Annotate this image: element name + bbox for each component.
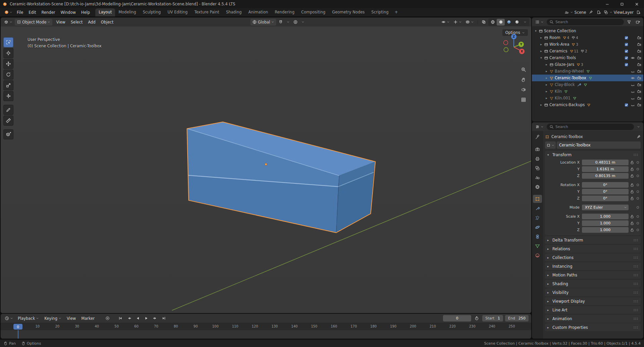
blender-menu-button[interactable] bbox=[3, 10, 14, 14]
outliner-row-room[interactable]: ▸Room44 bbox=[532, 34, 643, 41]
jump-to-end-button[interactable] bbox=[160, 315, 167, 322]
camera-toggle[interactable] bbox=[636, 76, 642, 80]
workspace-tab-compositing[interactable]: Compositing bbox=[298, 8, 329, 16]
animate-dot[interactable] bbox=[636, 161, 640, 164]
menu-window[interactable]: Window bbox=[58, 9, 78, 16]
visibility-dropdown[interactable] bbox=[440, 19, 451, 25]
value-field[interactable]: 0.80135 m bbox=[582, 173, 629, 179]
animate-dot[interactable] bbox=[636, 184, 640, 186]
properties-tab-world[interactable] bbox=[533, 183, 542, 191]
camera-toggle[interactable] bbox=[636, 96, 642, 100]
gizmos-dropdown[interactable] bbox=[452, 19, 463, 25]
value-field[interactable]: 1.000 bbox=[582, 220, 629, 226]
animate-dot[interactable] bbox=[636, 175, 640, 177]
checkbox-toggle[interactable] bbox=[623, 36, 630, 40]
workspace-tab-modeling[interactable]: Modeling bbox=[115, 8, 139, 16]
eye-toggle[interactable] bbox=[630, 76, 636, 80]
value-field[interactable]: 1.6161 m bbox=[582, 166, 629, 172]
panel-grip-icon[interactable] bbox=[633, 248, 638, 250]
workspace-tab-uv-editing[interactable]: UV Editing bbox=[164, 8, 191, 16]
maximize-button[interactable] bbox=[614, 0, 629, 8]
value-field[interactable]: 1.000 bbox=[582, 227, 629, 233]
properties-tab-view-layer[interactable] bbox=[533, 164, 542, 172]
properties-tab-object[interactable] bbox=[533, 195, 542, 203]
outliner-row-glaze-jars[interactable]: ▸Glaze-Jars3 bbox=[532, 61, 643, 68]
panel-instancing[interactable]: ▸Instancing bbox=[545, 262, 641, 270]
viewport-menu-add[interactable]: Add bbox=[85, 19, 98, 26]
timeline-editor-type-button[interactable] bbox=[3, 315, 14, 321]
new-viewlayer-button[interactable] bbox=[635, 9, 641, 15]
eye-off-toggle[interactable] bbox=[630, 103, 636, 107]
menu-help[interactable]: Help bbox=[79, 9, 93, 16]
value-field[interactable]: 0.48311 m bbox=[582, 160, 629, 165]
current-frame-field[interactable]: 0 bbox=[443, 315, 471, 321]
eye-off-toggle[interactable] bbox=[630, 89, 636, 94]
properties-tab-data[interactable] bbox=[533, 242, 542, 250]
viewlayer-selector[interactable]: ViewLayer bbox=[604, 9, 641, 15]
timeline-menu-marker[interactable]: Marker bbox=[79, 315, 97, 322]
shading-solid-button[interactable] bbox=[497, 19, 505, 26]
playhead-line[interactable] bbox=[18, 330, 18, 339]
outliner-row-ceramics-backups[interactable]: ▸Ceramics-Backups bbox=[532, 101, 643, 108]
properties-tab-material[interactable] bbox=[533, 251, 542, 259]
panel-animation[interactable]: ▸Animation bbox=[545, 315, 641, 322]
close-button[interactable] bbox=[629, 0, 644, 8]
outliner-search-input[interactable] bbox=[555, 20, 621, 24]
outliner-search[interactable] bbox=[547, 19, 624, 25]
camera-toggle[interactable] bbox=[636, 49, 642, 53]
viewport-canvas-area[interactable]: User Perspective (0) Scene Collection | … bbox=[1, 27, 531, 313]
panel-delta-transform[interactable]: ▸Delta Transform bbox=[545, 236, 641, 244]
expand-arrow-icon[interactable]: ▸ bbox=[539, 43, 543, 46]
cursor-tool[interactable] bbox=[3, 48, 13, 58]
panel-motion-paths[interactable]: ▸Motion Paths bbox=[545, 271, 641, 279]
lock-toggle[interactable] bbox=[629, 221, 636, 225]
viewport-menu-select[interactable]: Select bbox=[68, 19, 85, 26]
workspace-tab-rendering[interactable]: Rendering bbox=[271, 8, 298, 16]
gizmo-axis-x-negative[interactable] bbox=[504, 41, 508, 45]
panel-collections[interactable]: ▸Collections bbox=[545, 254, 641, 261]
browse-object-button[interactable] bbox=[545, 141, 556, 149]
viewport-menu-view[interactable]: View bbox=[53, 19, 68, 26]
prev-keyframe-button[interactable] bbox=[125, 315, 133, 322]
animate-dot[interactable] bbox=[636, 229, 640, 231]
transform-panel-header[interactable]: ▾ Transform bbox=[545, 151, 641, 159]
jump-to-start-button[interactable] bbox=[116, 315, 124, 322]
timeline-menu-view[interactable]: View bbox=[64, 315, 79, 322]
frame-end-field[interactable]: End 250 bbox=[505, 315, 529, 321]
checkbox-toggle[interactable] bbox=[623, 49, 630, 53]
outliner-row-kiln[interactable]: ▸Kiln bbox=[532, 88, 643, 95]
menu-render[interactable]: Render bbox=[39, 9, 58, 16]
gizmo-axis-y-negative[interactable] bbox=[504, 48, 508, 52]
mode-dropdown[interactable]: Object Mode bbox=[15, 19, 52, 26]
checkbox-toggle[interactable] bbox=[623, 42, 630, 47]
new-scene-button[interactable] bbox=[595, 9, 602, 15]
expand-arrow-icon[interactable]: ▸ bbox=[545, 70, 548, 73]
properties-tab-tool[interactable] bbox=[533, 133, 542, 141]
panel-shading[interactable]: ▸Shading bbox=[545, 280, 641, 288]
lock-toggle[interactable] bbox=[629, 214, 636, 219]
eye-off-toggle[interactable] bbox=[630, 96, 636, 100]
timeline-ruler[interactable]: 0 10203040506070809010011012013014015016… bbox=[1, 323, 531, 330]
panel-viewport-display[interactable]: ▸Viewport Display bbox=[545, 297, 641, 305]
value-field[interactable]: 0° bbox=[582, 196, 629, 201]
shading-wireframe-button[interactable] bbox=[489, 19, 497, 26]
transform-tool[interactable] bbox=[3, 91, 13, 101]
frame-start-field[interactable]: Start 1 bbox=[482, 315, 503, 321]
viewport-menu-object[interactable]: Object bbox=[98, 19, 116, 26]
auto-keying-toggle[interactable] bbox=[104, 315, 111, 321]
panel-grip-icon[interactable] bbox=[633, 239, 638, 242]
eye-off-toggle[interactable] bbox=[630, 69, 636, 74]
expand-arrow-icon[interactable]: ▸ bbox=[539, 36, 543, 39]
camera-toggle[interactable] bbox=[636, 56, 642, 60]
lock-toggle[interactable] bbox=[629, 228, 636, 232]
expand-arrow-icon[interactable]: ▸ bbox=[539, 49, 543, 53]
outliner-filter-button[interactable] bbox=[626, 19, 633, 25]
workspace-tab-scripting[interactable]: Scripting bbox=[368, 8, 392, 16]
collapse-arrow-icon[interactable]: ▾ bbox=[534, 29, 538, 33]
expand-arrow-icon[interactable]: ▸ bbox=[545, 90, 548, 93]
orthographic-grid-icon[interactable] bbox=[521, 97, 526, 102]
collapse-arrow-icon[interactable]: ▾ bbox=[539, 56, 543, 59]
panel-line-art[interactable]: ▸Line Art bbox=[545, 306, 641, 314]
pan-hand-icon[interactable] bbox=[521, 77, 526, 82]
add-cube-tool[interactable] bbox=[3, 129, 13, 139]
